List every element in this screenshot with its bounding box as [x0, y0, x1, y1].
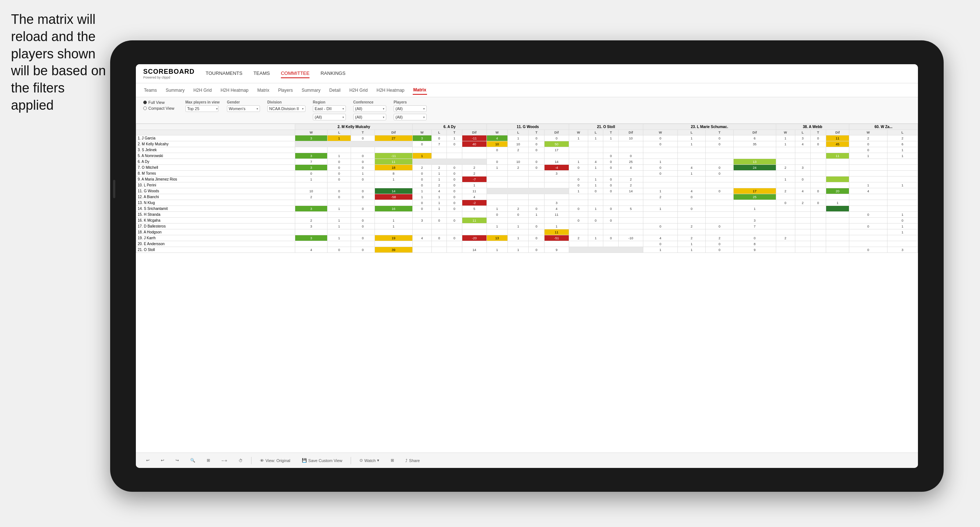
cell: 2	[706, 235, 733, 241]
view-original-btn[interactable]: 👁 View: Original	[257, 457, 293, 464]
cell: 2	[619, 176, 643, 183]
cell: 27	[374, 135, 412, 141]
cell	[733, 147, 776, 153]
cell	[826, 165, 849, 171]
cell	[678, 212, 706, 217]
cell	[412, 212, 431, 217]
cell	[603, 171, 619, 176]
subnav-summary2[interactable]: Summary	[301, 86, 321, 94]
nav-teams[interactable]: TEAMS	[253, 69, 270, 78]
cell	[706, 194, 733, 200]
cell	[529, 171, 544, 176]
cell: 1	[487, 224, 508, 229]
cell: 4	[487, 135, 508, 141]
cell	[795, 206, 810, 212]
share-btn[interactable]: ⤴ Share	[402, 457, 423, 464]
cell	[849, 217, 887, 224]
cell: 0	[810, 188, 826, 194]
cell: 0	[849, 147, 887, 153]
cell: 0	[529, 159, 544, 165]
division-select[interactable]: NCAA Division II	[267, 105, 305, 112]
subnav-summary1[interactable]: Summary	[165, 86, 185, 94]
subnav-teams[interactable]: Teams	[143, 86, 158, 94]
cell: 11	[544, 229, 569, 235]
subnav-detail[interactable]: Detail	[329, 86, 342, 94]
cell	[431, 241, 447, 247]
cell: 1	[643, 247, 678, 253]
redo-btn[interactable]: ↪	[173, 457, 182, 464]
cell: 2	[776, 188, 795, 194]
cell: 1	[887, 147, 918, 153]
cell	[795, 171, 810, 176]
table-row: 18. A Hodgson 11 1	[136, 229, 918, 235]
cell: 0	[295, 171, 328, 176]
subnav-h2hheatmap2[interactable]: H2H Heatmap	[375, 86, 405, 94]
cell: 50	[544, 141, 569, 147]
cell: 0	[588, 217, 603, 224]
subnav-h2hgrid1[interactable]: H2H Grid	[193, 86, 213, 94]
cell: 0	[529, 141, 544, 147]
undo2-btn[interactable]: ↩	[158, 457, 167, 464]
cell: 0	[327, 188, 351, 194]
cell	[351, 212, 374, 217]
cell	[569, 141, 588, 147]
cell	[887, 171, 918, 176]
cell	[569, 247, 643, 253]
cell	[776, 247, 795, 253]
cell	[412, 241, 431, 247]
cell: 7	[431, 141, 447, 147]
cell: 3	[795, 165, 810, 171]
watch-chevron-icon: ▾	[377, 458, 379, 463]
subnav-matrix1[interactable]: Matrix	[257, 86, 270, 94]
undo-btn[interactable]: ↩	[143, 457, 153, 464]
cell: 0	[569, 165, 588, 171]
cell	[588, 153, 603, 159]
cell	[826, 206, 849, 212]
conference-select[interactable]: (All)	[353, 105, 386, 112]
max-players-select[interactable]: Top 25	[185, 105, 218, 112]
region-select[interactable]: East - DII	[313, 105, 346, 112]
cell	[544, 194, 569, 200]
layout-btn[interactable]: ⊞	[388, 457, 397, 464]
nav-tournaments[interactable]: TOURNAMENTS	[205, 69, 242, 78]
gender-select[interactable]: Women's	[227, 105, 260, 112]
cell: 0	[569, 217, 588, 224]
player-name: 1. J Garcia	[136, 135, 295, 141]
cell	[678, 183, 706, 188]
cell: 1	[849, 183, 887, 188]
save-custom-btn[interactable]: 💾 Save Custom View	[299, 457, 345, 464]
cell: 0	[706, 247, 733, 253]
cell	[603, 229, 619, 235]
cell: 0	[643, 171, 678, 176]
compact-view-option[interactable]: Compact View	[143, 106, 174, 111]
cell	[447, 247, 462, 253]
minus-btn[interactable]: −·+	[218, 457, 230, 464]
cell	[462, 241, 487, 247]
cell	[706, 153, 733, 159]
cell	[678, 159, 706, 165]
cell	[849, 229, 887, 235]
watch-btn[interactable]: ⊙ Watch ▾	[356, 457, 382, 464]
search-btn[interactable]: 🔍	[187, 457, 198, 464]
subnav-h2hgrid2[interactable]: H2H Grid	[348, 86, 368, 94]
players-sub-select[interactable]: (All)	[394, 114, 427, 121]
zoom-btn[interactable]: ⊞	[204, 457, 213, 464]
players-select[interactable]: (All)	[394, 105, 427, 112]
cell	[327, 183, 351, 188]
nav-committee[interactable]: COMMITTEE	[281, 69, 310, 78]
cell: 0	[887, 217, 918, 224]
cell	[643, 229, 678, 235]
cell	[849, 171, 887, 176]
save-custom-label: Save Custom View	[309, 459, 342, 463]
region-sub-select[interactable]: (All)	[313, 114, 346, 121]
cell	[588, 224, 603, 229]
subnav-players[interactable]: Players	[277, 86, 293, 94]
full-view-option[interactable]: Full View	[143, 100, 174, 105]
cell	[487, 194, 508, 200]
conference-sub-select[interactable]: (All)	[353, 114, 386, 121]
subnav-h2hheatmap1[interactable]: H2H Heatmap	[220, 86, 249, 94]
subnav-matrix2[interactable]: Matrix	[413, 86, 427, 95]
nav-rankings[interactable]: RANKINGS	[321, 69, 345, 78]
clock-btn[interactable]: ⏱	[236, 457, 246, 464]
matrix-scroll-area[interactable]: 2. M Kelly Mulcahy 6. A Dy 11. G Woods 2…	[136, 124, 918, 452]
